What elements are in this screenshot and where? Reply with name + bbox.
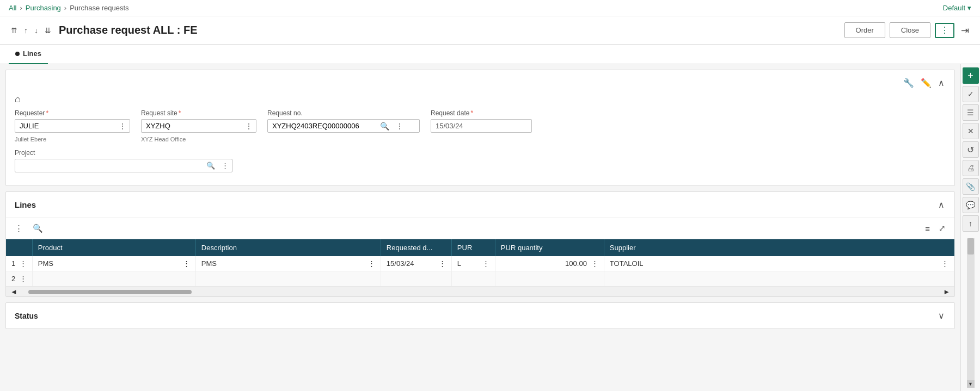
- row-description-1[interactable]: [195, 271, 381, 287]
- scroll-right-arrow[interactable]: ►: [943, 288, 950, 296]
- form-row-1: Requester* ⋮ Juliet Ebere Request site*: [15, 109, 946, 142]
- project-more-icon[interactable]: ⋮: [218, 162, 232, 170]
- pencil-icon-button[interactable]: ✏️: [920, 77, 933, 89]
- requester-input[interactable]: [15, 120, 115, 132]
- col-requested-date: Requested d...: [381, 239, 451, 256]
- row-pur-qty-1: [495, 271, 604, 287]
- col-supplier: Supplier: [604, 239, 954, 256]
- breadcrumb: All › Purchasing › Purchase requests: [9, 4, 129, 12]
- row-menu-0[interactable]: ⋮: [20, 259, 27, 268]
- collapse-form-button[interactable]: ∧: [937, 77, 946, 89]
- row-supplier-more-0[interactable]: ⋮: [941, 259, 948, 268]
- request-site-group: Request site* ⋮ XYZ Head Office: [141, 109, 256, 142]
- request-site-label: Request site*: [141, 109, 256, 117]
- status-section: Status ∨: [5, 302, 955, 329]
- lines-layers-button[interactable]: ≡: [923, 222, 932, 234]
- requester-subtitle: Juliet Ebere: [15, 136, 130, 142]
- lines-section: Lines ∧ ⋮ 🔍 ≡ ⤢ Product: [5, 191, 955, 297]
- row-supplier-0: TOTALOIL ⋮: [604, 256, 954, 271]
- tab-dot: [15, 52, 20, 56]
- default-label: Default: [943, 4, 965, 12]
- row-num-0: 1 ⋮: [6, 256, 32, 271]
- scroll-thumb[interactable]: [28, 290, 192, 294]
- project-search-icon[interactable]: 🔍: [203, 162, 218, 170]
- row-menu-1[interactable]: ⋮: [20, 275, 27, 283]
- collapse-lines-button[interactable]: ∧: [937, 198, 946, 211]
- row-number-0: 1: [11, 259, 15, 268]
- request-no-search-icon[interactable]: 🔍: [377, 122, 393, 131]
- form-section: 🔧 ✏️ ∧ ⌂ Requester* ⋮ Juliet: [5, 70, 955, 186]
- nav-last-button[interactable]: ⇊: [42, 25, 53, 36]
- col-product: Product: [32, 239, 195, 256]
- action-sidebar: + ✓ ☰ ✕ ↺ 🖨 📎 💬 ↑ ▼: [960, 64, 980, 391]
- collapse-status-button[interactable]: ∨: [937, 309, 946, 322]
- requester-more-icon[interactable]: ⋮: [115, 122, 130, 131]
- request-no-more-icon[interactable]: ⋮: [393, 122, 407, 131]
- default-menu[interactable]: Default ▾: [943, 4, 971, 12]
- sidebar-check-icon[interactable]: ✓: [963, 86, 979, 102]
- row-pur-more-0[interactable]: ⋮: [482, 259, 489, 268]
- col-description: Description: [195, 239, 381, 256]
- sidebar-list-icon[interactable]: ☰: [963, 104, 979, 121]
- nav-first-button[interactable]: ⇈: [9, 25, 20, 36]
- row-requested-date-0: 15/03/24 ⋮: [381, 256, 451, 271]
- row-product-0[interactable]: PMS ⋮: [32, 256, 195, 271]
- sidebar-chat-icon[interactable]: 💬: [963, 197, 979, 213]
- add-button[interactable]: +: [963, 67, 979, 84]
- row-description-0[interactable]: PMS ⋮: [195, 256, 381, 271]
- requester-input-wrap: ⋮: [15, 119, 130, 133]
- tab-lines[interactable]: Lines: [9, 45, 48, 64]
- tab-lines-label: Lines: [23, 49, 41, 58]
- order-button[interactable]: Order: [844, 22, 885, 38]
- row-product-more-0[interactable]: ⋮: [183, 259, 190, 268]
- lines-title: Lines: [15, 200, 36, 209]
- col-pur: PUR: [451, 239, 495, 256]
- wrench-icon-button[interactable]: 🔧: [902, 77, 915, 89]
- lines-toolbar: ⋮ 🔍 ≡ ⤢: [6, 218, 954, 239]
- request-date-input[interactable]: [431, 119, 532, 133]
- breadcrumb-sep2: ›: [64, 4, 66, 12]
- page-title: Purchase request ALL : FE: [59, 24, 198, 36]
- exit-button[interactable]: ⇥: [959, 22, 971, 39]
- requester-label: Requester*: [15, 109, 130, 117]
- requester-group: Requester* ⋮ Juliet Ebere: [15, 109, 130, 142]
- breadcrumb-current: Purchase requests: [70, 4, 128, 12]
- page-content: 🔧 ✏️ ∧ ⌂ Requester* ⋮ Juliet: [0, 64, 960, 391]
- breadcrumb-all[interactable]: All: [9, 4, 16, 12]
- request-site-input[interactable]: [142, 120, 242, 132]
- lines-table: Product Description Requested d... PUR P…: [6, 239, 954, 287]
- sidebar-print-icon[interactable]: 🖨: [963, 160, 979, 176]
- sidebar-upload-icon[interactable]: ↑: [963, 215, 979, 232]
- row-product-1[interactable]: [32, 271, 195, 287]
- request-site-more-icon[interactable]: ⋮: [242, 122, 256, 131]
- sidebar-x-icon[interactable]: ✕: [963, 123, 979, 139]
- sidebar-refresh-icon[interactable]: ↺: [963, 141, 979, 158]
- row-purqty-more-0[interactable]: ⋮: [591, 259, 598, 268]
- more-options-button[interactable]: ⋮: [935, 23, 954, 38]
- vert-scroll-knob[interactable]: [967, 238, 974, 255]
- table-scroll-area[interactable]: ◄ ►: [6, 287, 954, 296]
- close-button[interactable]: Close: [890, 22, 930, 38]
- lines-expand-button[interactable]: ⤢: [936, 222, 948, 234]
- chevron-down-icon: ▾: [967, 4, 971, 12]
- row-pur-1: [451, 271, 495, 287]
- row-pur-qty-0: 100.00 ⋮: [495, 256, 604, 271]
- row-desc-more-0[interactable]: ⋮: [368, 259, 375, 268]
- breadcrumb-purchasing[interactable]: Purchasing: [26, 4, 61, 12]
- scroll-down-button[interactable]: ▼: [967, 380, 975, 388]
- request-site-input-wrap: ⋮: [141, 119, 256, 133]
- home-icon: ⌂: [15, 94, 21, 104]
- sidebar-clip-icon[interactable]: 📎: [963, 178, 979, 195]
- project-input[interactable]: [15, 159, 203, 172]
- project-group: Project 🔍 ⋮: [15, 149, 232, 172]
- project-label: Project: [15, 149, 232, 157]
- request-no-group: Request no. 🔍 ⋮: [267, 109, 420, 142]
- row-pur-0: L ⋮: [451, 256, 495, 271]
- lines-more-button[interactable]: ⋮: [13, 222, 25, 234]
- nav-next-button[interactable]: ↓: [32, 25, 40, 36]
- lines-search-button[interactable]: 🔍: [30, 222, 45, 234]
- nav-prev-button[interactable]: ↑: [22, 25, 30, 36]
- request-no-input[interactable]: [268, 120, 377, 132]
- row-date-more-0[interactable]: ⋮: [439, 259, 446, 268]
- scroll-left-arrow[interactable]: ◄: [10, 288, 17, 296]
